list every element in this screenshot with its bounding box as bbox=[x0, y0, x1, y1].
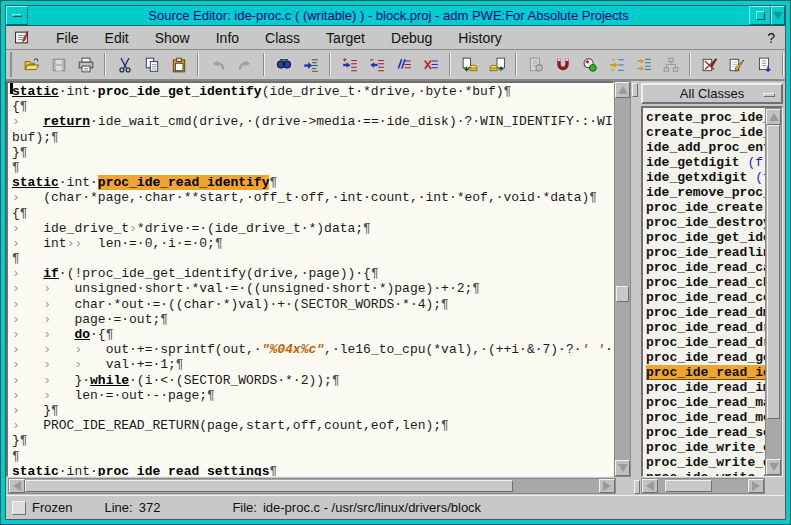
list-item[interactable]: proc_ide_read_set bbox=[646, 425, 765, 440]
code-line[interactable]: ¶ bbox=[12, 449, 613, 464]
editor-horizontal-scrollbar[interactable] bbox=[8, 478, 616, 494]
list-scroll-up-button[interactable] bbox=[766, 109, 781, 125]
list-item[interactable]: proc_ide_readlink bbox=[646, 245, 765, 260]
code-line[interactable]: › }¶ bbox=[12, 403, 613, 418]
list-item[interactable]: proc_ide_read_imo bbox=[646, 380, 765, 395]
code-line[interactable]: static·int·proc_ide_read_identify¶ bbox=[12, 175, 613, 190]
list-item[interactable]: ide_getxdigit (f) bbox=[646, 170, 765, 185]
cross-reference-all-button[interactable] bbox=[630, 52, 657, 77]
menu-item-show[interactable]: Show bbox=[155, 30, 190, 46]
list-item[interactable]: proc_ide_read_dri bbox=[646, 320, 765, 335]
code-line[interactable]: › › › out·+=·sprintf(out,·"%04x%c",·le16… bbox=[12, 342, 613, 357]
list-item[interactable]: proc_ide_read_dmo bbox=[646, 305, 765, 320]
list-item[interactable]: proc_ide_read_geo bbox=[646, 350, 765, 365]
editor-hscroll-thumb[interactable] bbox=[25, 480, 513, 492]
code-line[interactable]: › PROC_IDE_READ_RETURN(page,start,off,co… bbox=[12, 418, 613, 433]
list-item[interactable]: proc_ide_read_cha bbox=[646, 275, 765, 290]
paste-button[interactable] bbox=[165, 52, 192, 77]
window-shade-button[interactable] bbox=[771, 6, 785, 25]
save-button[interactable] bbox=[45, 52, 72, 77]
list-vscroll-thumb[interactable] bbox=[767, 125, 780, 419]
open-file-button[interactable] bbox=[18, 52, 45, 77]
menu-item-help[interactable]: ? bbox=[767, 30, 775, 46]
list-vscroll-track[interactable] bbox=[766, 125, 781, 459]
editor-scroll-up-button[interactable] bbox=[615, 82, 630, 98]
print-button[interactable] bbox=[72, 52, 99, 77]
splitter-sash[interactable] bbox=[631, 81, 639, 477]
frozen-toggle[interactable] bbox=[12, 501, 26, 515]
list-item[interactable]: proc_ide_create bbox=[646, 200, 765, 215]
code-line[interactable]: }¶ bbox=[12, 145, 613, 160]
list-item[interactable]: ide_add_proc_entr bbox=[646, 140, 765, 155]
uncomment-button[interactable] bbox=[417, 52, 444, 77]
code-line[interactable]: buf);¶ bbox=[12, 130, 613, 145]
list-item[interactable]: proc_ide_destroy bbox=[646, 215, 765, 230]
list-item[interactable]: proc_ide_read_mat bbox=[646, 395, 765, 410]
magnet-button[interactable] bbox=[549, 52, 576, 77]
list-item[interactable]: ide_getdigit (f) bbox=[646, 155, 765, 170]
code-line[interactable]: static·int·proc_ide_read_settings¶ bbox=[12, 464, 613, 477]
class-filter-dropdown[interactable]: All Classes bbox=[641, 83, 783, 104]
check-out-button[interactable] bbox=[456, 52, 483, 77]
doc-settings-button[interactable] bbox=[522, 52, 549, 77]
edit-mode-button[interactable] bbox=[723, 52, 750, 77]
maximize-button[interactable] bbox=[749, 6, 771, 25]
list-item[interactable]: proc_ide_read_con bbox=[646, 290, 765, 305]
shift-right-button[interactable] bbox=[336, 52, 363, 77]
find-button[interactable] bbox=[270, 52, 297, 77]
list-scroll-left-button[interactable] bbox=[642, 479, 658, 493]
code-editor[interactable]: static·int·proc_ide_get_identify(ide_dri… bbox=[6, 81, 614, 477]
bottom-sash[interactable] bbox=[633, 478, 641, 494]
copy-button[interactable] bbox=[138, 52, 165, 77]
list-item-selected[interactable]: proc_ide_read_ide bbox=[646, 365, 765, 380]
editor-hscroll-track[interactable] bbox=[25, 479, 599, 493]
check-in-button[interactable] bbox=[483, 52, 510, 77]
list-item[interactable]: proc_ide_read_med bbox=[646, 410, 765, 425]
code-line[interactable]: › › len·=·out·-·page;¶ bbox=[12, 388, 613, 403]
goto-line-button[interactable] bbox=[297, 52, 324, 77]
code-line[interactable]: › return·ide_wait_cmd(drive,·(drive->med… bbox=[12, 114, 613, 129]
menu-item-debug[interactable]: Debug bbox=[391, 30, 432, 46]
list-item[interactable]: proc_ide_write_se bbox=[646, 470, 765, 476]
cut-button[interactable] bbox=[111, 52, 138, 77]
editor-vscroll-track[interactable] bbox=[615, 98, 630, 460]
list-scroll-down-button[interactable] bbox=[766, 459, 781, 475]
menu-item-file[interactable]: File bbox=[56, 30, 79, 46]
code-line[interactable]: › if·(!proc_ide_get_identify(drive,·page… bbox=[12, 266, 613, 281]
editor-scroll-left-button[interactable] bbox=[9, 479, 25, 493]
editor-vertical-scrollbar[interactable] bbox=[614, 81, 631, 477]
list-vertical-scrollbar[interactable] bbox=[765, 108, 782, 476]
reload-file-button[interactable] bbox=[750, 52, 777, 77]
code-line[interactable]: }¶ bbox=[12, 433, 613, 448]
list-item[interactable]: proc_ide_read_cap bbox=[646, 260, 765, 275]
list-hscroll-track[interactable] bbox=[658, 479, 748, 493]
code-line[interactable]: › int›› len·=·0,·i·=·0;¶ bbox=[12, 236, 613, 251]
list-item[interactable]: proc_ide_get_iden bbox=[646, 230, 765, 245]
list-item[interactable]: create_proc_ide_i bbox=[646, 125, 765, 140]
list-horizontal-scrollbar[interactable] bbox=[641, 478, 765, 494]
list-hscroll-thumb[interactable] bbox=[665, 480, 712, 492]
menu-item-target[interactable]: Target bbox=[326, 30, 365, 46]
menu-item-class[interactable]: Class bbox=[265, 30, 300, 46]
cross-reference-button[interactable] bbox=[603, 52, 630, 77]
shift-left-button[interactable] bbox=[363, 52, 390, 77]
list-item[interactable]: proc_ide_write_co bbox=[646, 440, 765, 455]
list-item[interactable]: create_proc_ide_d bbox=[646, 110, 765, 125]
editor-scroll-down-button[interactable] bbox=[615, 460, 630, 476]
inspect-button[interactable] bbox=[576, 52, 603, 77]
editor-scroll-right-button[interactable] bbox=[599, 479, 615, 493]
comment-button[interactable] bbox=[390, 52, 417, 77]
code-line[interactable]: ¶ bbox=[12, 160, 613, 175]
code-line[interactable]: › › › val·+=·1;¶ bbox=[12, 357, 613, 372]
code-line[interactable]: › › page·=·out;¶ bbox=[12, 312, 613, 327]
code-line[interactable]: {¶ bbox=[12, 206, 613, 221]
code-line[interactable]: › › unsigned·short·*val·=·((unsigned·sho… bbox=[12, 281, 613, 296]
redo-button[interactable] bbox=[231, 52, 258, 77]
list-item[interactable]: proc_ide_read_dri bbox=[646, 335, 765, 350]
window-menu-button[interactable] bbox=[6, 6, 28, 25]
hierarchy-button[interactable] bbox=[657, 52, 684, 77]
code-line[interactable]: › › do·{¶ bbox=[12, 327, 613, 342]
freeze-edits-button[interactable] bbox=[696, 52, 723, 77]
undo-button[interactable] bbox=[204, 52, 231, 77]
code-line[interactable]: static·int·proc_ide_get_identify(ide_dri… bbox=[12, 84, 613, 99]
